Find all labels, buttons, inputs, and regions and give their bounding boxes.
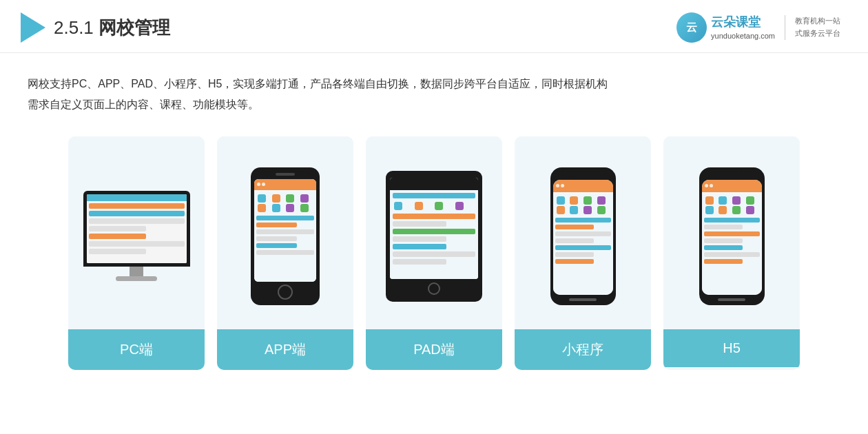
mini-row	[555, 231, 611, 236]
grid-icon	[258, 204, 266, 212]
brand-url: yunduoketang.com	[711, 31, 775, 41]
card-label-h5: H5	[663, 329, 800, 367]
phone-header	[254, 179, 316, 190]
device-mini-phone-mp	[550, 167, 616, 305]
pc-screen-content	[87, 201, 187, 263]
device-mini-phone-h5	[699, 167, 765, 305]
grid-icon	[732, 206, 741, 214]
pc-monitor	[83, 191, 190, 267]
mini-row	[555, 245, 611, 250]
card-label-pc: PC端	[68, 329, 205, 370]
brand-divider	[785, 15, 785, 40]
grid-icon	[272, 194, 280, 203]
grid-icon	[583, 206, 592, 214]
mini-row	[704, 252, 760, 257]
phone-row	[256, 250, 314, 255]
mini-row	[704, 231, 760, 236]
card-label-app: APP端	[217, 329, 353, 370]
mini-phone-notch	[721, 173, 742, 177]
grid-icons	[704, 195, 760, 216]
header-right: 云朵课堂 yunduoketang.com 教育机构一站 式服务云平台	[676, 12, 840, 43]
phone-dot	[710, 184, 713, 187]
pc-row	[89, 218, 185, 224]
phone-dot	[705, 184, 708, 187]
pc-row	[89, 241, 185, 247]
pc-row	[89, 234, 146, 239]
logo-triangle-icon	[21, 12, 45, 43]
phone-row	[256, 229, 314, 234]
pc-row	[89, 226, 146, 231]
mini-phone-screen	[702, 180, 762, 295]
grid-icon	[435, 202, 443, 210]
mini-phone-header	[553, 180, 613, 192]
grid-icon	[570, 196, 578, 205]
grid-icon	[286, 204, 294, 212]
grid-icon	[746, 196, 754, 205]
pad-screen-header	[390, 178, 478, 190]
brand-text: 云朵课堂 yunduoketang.com	[711, 14, 775, 42]
pad-row	[393, 193, 475, 198]
grid-icons	[256, 193, 314, 214]
card-app: APP端	[217, 136, 353, 370]
phone-speaker	[276, 173, 295, 176]
card-pc: PC端	[68, 136, 205, 370]
brand-icon	[676, 12, 707, 43]
grid-icon	[705, 196, 714, 205]
description-line2: 需求自定义页面上的内容、课程、功能模块等。	[28, 99, 259, 110]
mini-phone-screen	[553, 180, 613, 295]
phone-dot	[257, 183, 260, 186]
pad-row	[393, 221, 446, 227]
pad-device-area	[366, 136, 502, 329]
mini-row	[704, 238, 743, 243]
mini-row	[555, 225, 595, 229]
grid-icon	[705, 206, 714, 214]
device-pad	[386, 171, 482, 302]
grid-icon	[557, 196, 565, 205]
pad-row	[393, 214, 475, 219]
pad-row	[393, 244, 446, 249]
card-label-miniprogram: 小程序	[515, 329, 651, 370]
device-pc	[83, 191, 190, 281]
grid-icon	[258, 194, 266, 203]
grid-icon	[272, 204, 280, 212]
phone-content	[254, 190, 316, 282]
mini-row	[555, 218, 611, 223]
grid-icon	[719, 206, 727, 214]
phone-row	[256, 236, 297, 241]
pad-row	[393, 251, 475, 257]
pc-stand-neck	[130, 267, 143, 276]
mini-phone-notch	[572, 173, 593, 177]
grid-icon	[300, 204, 309, 212]
pad-screen	[390, 178, 478, 279]
pc-device-area	[68, 136, 205, 329]
grid-icon	[583, 196, 592, 205]
pad-row	[393, 229, 475, 234]
mini-row	[704, 245, 743, 250]
grid-icon	[455, 202, 464, 210]
phone-row	[256, 243, 297, 248]
pad-home-button	[428, 282, 440, 295]
card-h5: H5	[663, 136, 800, 370]
mini-row	[704, 225, 743, 229]
phone-dot	[561, 184, 564, 187]
grid-icons	[555, 195, 611, 216]
mini-phone-header	[702, 180, 762, 192]
mini-phone-content	[702, 192, 762, 295]
mini-phone-content	[553, 192, 613, 295]
brand-logo: 云朵课堂 yunduoketang.com	[676, 12, 775, 43]
mini-row	[555, 238, 595, 243]
card-label-pad: PAD端	[366, 329, 502, 370]
pc-stand-base	[116, 276, 157, 281]
grid-icon	[300, 194, 309, 203]
phone-screen	[254, 179, 316, 282]
mini-phone-bottom-bar	[718, 298, 745, 301]
card-pad: PAD端	[366, 136, 502, 370]
grid-icon	[597, 196, 606, 205]
cards-section: PC端	[0, 123, 868, 384]
description: 网校支持PC、APP、PAD、小程序、H5，实现多端打通，产品各终端自由切换，数…	[0, 53, 868, 123]
pad-row	[393, 259, 446, 265]
pc-screen-bar	[87, 194, 187, 201]
grid-icon	[719, 196, 727, 205]
device-phone-app	[251, 167, 320, 305]
mini-row	[704, 259, 743, 264]
